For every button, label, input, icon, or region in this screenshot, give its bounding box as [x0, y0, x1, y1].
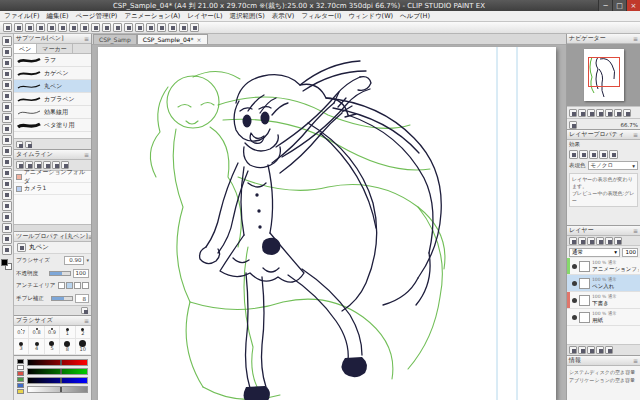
border-effect-icon[interactable]: [569, 150, 578, 159]
canvas-drawing[interactable]: [98, 47, 556, 400]
flip-horizontal-icon[interactable]: [623, 109, 631, 117]
delete-layer-icon[interactable]: [605, 346, 613, 354]
layer-panel-header[interactable]: レイヤー ≡: [567, 226, 640, 236]
brush-size-preset[interactable]: 0.7: [14, 326, 29, 339]
frame-prev-icon[interactable]: [25, 161, 33, 169]
navigator-preview[interactable]: [567, 44, 640, 106]
subtool-item[interactable]: カブラペン: [14, 93, 91, 106]
color-swatch[interactable]: [17, 359, 24, 364]
subtool-tab-marker[interactable]: マーカー: [37, 44, 72, 53]
text-icon[interactable]: [2, 223, 12, 233]
expression-color-dropdown[interactable]: モノクロ ▾: [588, 161, 639, 170]
menu-file[interactable]: ファイル(F): [4, 12, 39, 21]
brush-size-preset[interactable]: 4: [29, 339, 44, 356]
lasso-icon[interactable]: [2, 245, 12, 255]
brush-size-preset[interactable]: 0.9: [45, 326, 60, 339]
layer-row[interactable]: 100 % 通常 下書き: [567, 292, 640, 309]
panel-menu-icon[interactable]: ≡: [84, 317, 89, 324]
delete-subtool-icon[interactable]: [25, 141, 32, 148]
blend-icon[interactable]: [2, 157, 12, 167]
panel-menu-icon[interactable]: ≡: [633, 357, 638, 364]
subtool-item-selected[interactable]: 丸ペン: [14, 80, 91, 93]
fit-screen-icon[interactable]: [135, 23, 144, 32]
panel-menu-icon[interactable]: ≡: [633, 35, 638, 42]
decoration-icon[interactable]: [2, 135, 12, 145]
subtool-item[interactable]: 効果線用: [14, 106, 91, 119]
panel-menu-icon[interactable]: ≡: [88, 233, 91, 240]
new-icon[interactable]: [3, 23, 12, 32]
menu-help[interactable]: ヘルプ(H): [400, 12, 430, 21]
frame-next-icon[interactable]: [43, 161, 51, 169]
frame-border-icon[interactable]: [2, 201, 12, 211]
figure-icon[interactable]: [2, 190, 12, 200]
opacity-slider[interactable]: [49, 271, 71, 276]
transfer-icon[interactable]: [587, 346, 595, 354]
visibility-eye-icon[interactable]: [572, 315, 577, 320]
menu-selection[interactable]: 選択範囲(S): [230, 12, 265, 21]
rotate-left-icon[interactable]: [605, 109, 613, 117]
color-swatch[interactable]: [17, 389, 24, 394]
open-icon[interactable]: [14, 23, 23, 32]
timeline-panel-header[interactable]: タイムライン ≡: [14, 150, 91, 160]
panel-menu-icon[interactable]: ≡: [633, 227, 638, 234]
antialias-weak-icon[interactable]: [66, 282, 73, 289]
blend-mode-dropdown[interactable]: 通常 ▾: [569, 248, 620, 257]
new-folder-icon[interactable]: [578, 346, 586, 354]
grid-icon[interactable]: [157, 23, 166, 32]
brush-size-preset[interactable]: 10: [76, 339, 91, 356]
navigator-header[interactable]: ナビゲーター ≡: [567, 34, 640, 44]
reset-view-icon[interactable]: [569, 121, 577, 129]
maximize-button[interactable]: □: [612, 0, 626, 11]
brush-size-preset[interactable]: 8: [60, 339, 75, 356]
extract-line-icon[interactable]: [609, 150, 618, 159]
marquee-icon[interactable]: [2, 58, 12, 68]
new-layer-icon[interactable]: [569, 346, 577, 354]
ruler-icon[interactable]: [2, 212, 12, 222]
menu-window[interactable]: ウィンドウ(W): [348, 12, 393, 21]
onion-skin-icon[interactable]: [61, 161, 69, 169]
cut-icon[interactable]: [80, 23, 89, 32]
move-layer-icon[interactable]: [2, 47, 12, 57]
canvas-viewport[interactable]: [92, 45, 566, 400]
brush-size-panel-header[interactable]: ブラシサイズ ≡: [14, 316, 91, 326]
zoom-in-icon[interactable]: [587, 109, 595, 117]
paste-icon[interactable]: [102, 23, 111, 32]
combine-icon[interactable]: [596, 346, 604, 354]
layer-opacity-value[interactable]: 100: [622, 248, 638, 257]
eyedropper-icon[interactable]: [2, 80, 12, 90]
menu-layer[interactable]: レイヤー(L): [187, 12, 222, 21]
brush-size-preset[interactable]: 5: [45, 339, 60, 356]
layer-color-icon[interactable]: [589, 150, 598, 159]
pencil-icon[interactable]: [2, 102, 12, 112]
lock-transparent-icon[interactable]: [587, 237, 595, 245]
zoom-out-icon[interactable]: [124, 23, 133, 32]
fill-icon[interactable]: [2, 168, 12, 178]
layer-row-selected[interactable]: 100 % 通常 ペン入れ: [567, 275, 640, 292]
visibility-eye-icon[interactable]: [572, 281, 577, 286]
slider-knob[interactable]: [60, 360, 62, 365]
info-panel-header[interactable]: 情報 ≡: [567, 356, 640, 366]
redo-icon[interactable]: [58, 23, 67, 32]
brush-size-preset[interactable]: 2: [76, 326, 91, 339]
brush-size-preset[interactable]: 0.8: [29, 326, 44, 339]
zoom-out-icon[interactable]: [569, 109, 577, 117]
ruler-icon-icon[interactable]: [605, 237, 613, 245]
panel-menu-icon[interactable]: ≡: [84, 35, 89, 42]
document-tab-active[interactable]: CSP_Sample_04* ×: [137, 34, 208, 44]
zoom-in-icon[interactable]: [113, 23, 122, 32]
slider-knob[interactable]: [60, 378, 62, 383]
color-swatch[interactable]: [17, 377, 24, 382]
lock-icon[interactable]: [578, 237, 586, 245]
menu-view[interactable]: 表示(V): [272, 12, 295, 21]
operation-icon[interactable]: [2, 36, 12, 46]
loop-icon[interactable]: [52, 161, 60, 169]
brush-size-value[interactable]: 0.90: [64, 256, 84, 265]
snap-ruler-icon[interactable]: [168, 23, 177, 32]
color-swatch[interactable]: [17, 383, 24, 388]
opacity-value[interactable]: 100: [73, 269, 90, 278]
foreground-color-swatch[interactable]: [1, 259, 8, 266]
zoom-slider-icon[interactable]: [578, 109, 586, 117]
antialias-none-icon[interactable]: [58, 282, 65, 289]
visibility-eye-icon[interactable]: [572, 298, 577, 303]
close-button[interactable]: ×: [626, 0, 640, 11]
